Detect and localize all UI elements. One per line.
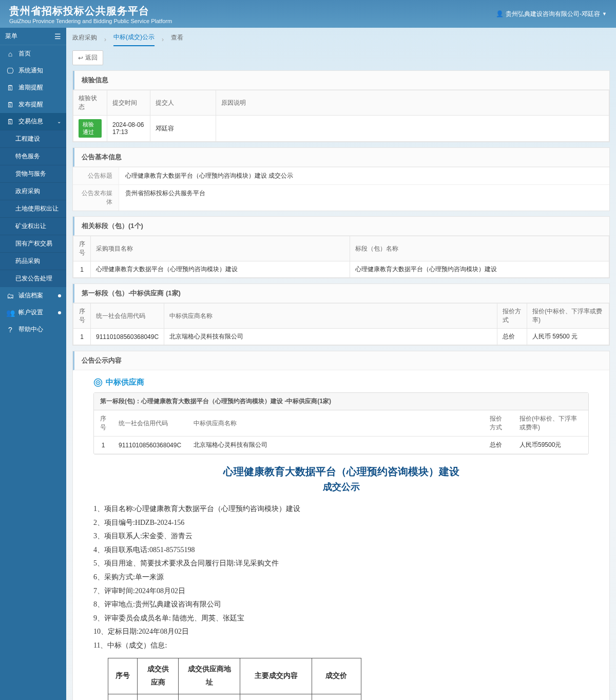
sidebar-item-label: 帐户设置 xyxy=(18,308,43,317)
sidebar-item-label: 逾期提醒 xyxy=(18,83,43,92)
inner-winner-box: 第一标段(包)：心理健康教育大数据平台（心理预约咨询模块）建设 -中标供应商(1… xyxy=(93,392,589,455)
sidebar-item-5[interactable]: 🗂诚信档案 xyxy=(0,287,66,304)
th-code: 统一社会信用代码 xyxy=(91,304,164,329)
collapse-icon[interactable]: ☰ xyxy=(54,32,61,41)
th-proj: 采购项目名称 xyxy=(91,236,350,261)
doc-line: 2、项目编号:HDZB-2024-156 xyxy=(93,516,589,530)
panel-winner-title: 第一标段（包）-中标供应商 (1家) xyxy=(73,284,609,303)
panel-check-title: 核验信息 xyxy=(73,71,609,90)
sidebar-subitem-1[interactable]: 特色服务 xyxy=(0,147,66,165)
breadcrumb-c[interactable]: 查看 xyxy=(171,33,183,46)
th-price: 成交价 xyxy=(312,658,361,694)
sidebar-item-7[interactable]: ?帮助中心 xyxy=(0,321,66,338)
sidebar-item-label: 系统通知 xyxy=(18,66,43,75)
th-time: 提交时间 xyxy=(107,90,150,116)
doc-line: 5、项目用途、简要技术要求及合同履行日期:详见采购文件 xyxy=(93,557,589,571)
sidebar-item-2[interactable]: 🗓逾期提醒 xyxy=(0,79,66,96)
sidebar-subitem-0[interactable]: 工程建设 xyxy=(0,130,66,147)
check-table: 核验状态 提交时间 提交人 原因说明 核验通过 2024-08-06 17:13… xyxy=(73,90,609,142)
menu-icon: 🖵 xyxy=(5,67,15,75)
table-row: 1 北京瑞格心灵科技有限公司 北京市海淀区上地信息路1号（北京实创高科技发展总公… xyxy=(108,694,361,700)
sidebar-subitem-2[interactable]: 货物与服务 xyxy=(0,165,66,182)
table-row: 核验通过 2024-08-06 17:13 邓廷容 xyxy=(73,116,609,142)
panel-basic-title: 公告基本信息 xyxy=(73,148,609,167)
cell-seq: 1 xyxy=(108,694,138,700)
panel-bidsection-title: 相关标段（包）(1个) xyxy=(73,217,609,236)
svg-point-2 xyxy=(98,382,99,383)
panel-bidsection: 相关标段（包）(1个) 序号 采购项目名称 标段（包）名称 1 心理健康教育大数… xyxy=(72,216,610,278)
cell-name: 北京瑞格心灵科技有限公司 xyxy=(187,437,484,454)
chevron-right-icon: › xyxy=(104,36,106,43)
platform-title-cn: 贵州省招标投标公共服务平台 xyxy=(9,4,172,18)
th-name: 中标供应商名称 xyxy=(164,304,497,329)
cell-seq: 1 xyxy=(73,261,91,278)
sidebar-item-1[interactable]: 🖵系统通知 xyxy=(0,62,66,79)
doc-line: 8、评审地点:贵州弘典建设咨询有限公司 xyxy=(93,598,589,612)
sidebar-item-6[interactable]: 👥帐户设置 xyxy=(0,304,66,321)
doc-line: 7、评审时间:2024年08月02日 xyxy=(93,584,589,598)
doc-line: 10、定标日期:2024年08月02日 xyxy=(93,625,589,639)
sidebar-subitem-5[interactable]: 矿业权出让 xyxy=(0,217,66,235)
cell-code: 91110108560368049C xyxy=(91,329,164,345)
sidebar-title: 菜单 xyxy=(5,32,17,41)
sidebar-subitem-7[interactable]: 药品采购 xyxy=(0,252,66,270)
sidebar: 菜单 ☰ ⌂首页🖵系统通知🗓逾期提醒🗓发布提醒🗓交易信息⌄工程建设特色服务货物与… xyxy=(0,28,66,700)
sidebar-item-label: 首页 xyxy=(18,49,31,58)
th-status: 核验状态 xyxy=(73,90,107,116)
menu-icon: ⌂ xyxy=(5,50,15,58)
menu-icon: 🗓 xyxy=(5,101,15,109)
sidebar-subitem-4[interactable]: 土地使用权出让 xyxy=(0,200,66,217)
th-seq: 序号 xyxy=(108,658,138,694)
doc-title: 心理健康教育大数据平台（心理预约咨询模块）建设 xyxy=(93,465,589,479)
cell-content: 心理健康教育大数据平台（心理预约咨询模块）建设 xyxy=(240,694,312,700)
th-seq: 序号 xyxy=(94,410,112,437)
menu-icon: 🗓 xyxy=(5,118,15,126)
winner-heading-label: 中标供应商 xyxy=(106,377,144,387)
doc-body: 1、项目名称:心理健康教育大数据平台（心理预约咨询模块）建设2、项目编号:HDZ… xyxy=(93,502,589,700)
th-seq: 序号 xyxy=(73,304,91,329)
cell-name: 北京瑞格心灵科技有限公司 xyxy=(164,329,497,345)
th-name: 中标供应商名称 xyxy=(187,410,484,437)
breadcrumb-a[interactable]: 政府采购 xyxy=(72,33,97,46)
back-button[interactable]: ↩ 返回 xyxy=(72,50,103,65)
sidebar-subitem-6[interactable]: 国有产权交易 xyxy=(0,235,66,252)
cell-proj: 心理健康教育大数据平台（心理预约咨询模块）建设 xyxy=(91,261,350,278)
panel-content-title: 公告公示内容 xyxy=(73,351,609,370)
th-addr: 成交供应商地址 xyxy=(179,658,240,694)
header-title-block: 贵州省招标投标公共服务平台 GuiZhou Province Tendering… xyxy=(9,4,172,24)
sidebar-subitem-8[interactable]: 已发公告处理 xyxy=(0,270,66,287)
th-reason: 原因说明 xyxy=(216,90,609,116)
breadcrumb: 政府采购 › 中标(成交)公示 › 查看 xyxy=(72,33,610,46)
sidebar-item-4[interactable]: 🗓交易信息⌄ xyxy=(0,113,66,130)
sidebar-subitem-3[interactable]: 政府采购 xyxy=(0,182,66,200)
cell-person: 邓廷容 xyxy=(150,116,216,142)
sidebar-item-3[interactable]: 🗓发布提醒 xyxy=(0,96,66,113)
th-price: 报价(中标价、下浮率或费率) xyxy=(527,304,609,329)
cell-price: 人民币 59500 元 xyxy=(527,329,609,345)
cell-price: 59500.00元 xyxy=(312,694,361,700)
platform-title-en: GuiZhou Province Tendering and Bidding P… xyxy=(9,18,172,24)
th-seq: 序号 xyxy=(73,236,91,261)
sidebar-item-label: 交易信息 xyxy=(18,117,43,126)
status-badge: 核验通过 xyxy=(79,119,102,138)
panel-content: 公告公示内容 中标供应商 第一标段(包)：心理健康教育大数据平台（心理预约咨询模… xyxy=(72,351,610,700)
label-media: 公告发布媒体 xyxy=(73,185,119,211)
deal-table: 序号 成交供应商 成交供应商地址 主要成交内容 成交价 1 北京瑞格心灵科技有限… xyxy=(108,658,361,700)
target-icon xyxy=(93,378,103,387)
cell-seq: 1 xyxy=(73,329,91,345)
user-menu[interactable]: 👤 贵州弘典建设咨询有限公司-邓廷容 ▼ xyxy=(496,10,607,18)
doc-line: 3、项目联系人:宋金委、游青云 xyxy=(93,529,589,543)
caret-down-icon: ▼ xyxy=(602,11,607,16)
indicator-dot xyxy=(58,311,61,314)
menu-icon: ? xyxy=(5,326,15,334)
sidebar-item-0[interactable]: ⌂首页 xyxy=(0,45,66,62)
indicator-dot xyxy=(58,294,61,297)
inner-winner-table: 序号 统一社会信用代码 中标供应商名称 报价方式 报价(中标价、下浮率或费率) … xyxy=(94,410,588,454)
doc-line: 11、中标（成交）信息: xyxy=(93,639,589,653)
th-pkg: 标段（包）名称 xyxy=(350,236,609,261)
table-row: 1 91110108560368049C 北京瑞格心灵科技有限公司 总价 人民币… xyxy=(94,437,588,454)
th-method: 报价方式 xyxy=(484,410,513,437)
cell-pkg: 心理健康教育大数据平台（心理预约咨询模块）建设 xyxy=(350,261,609,278)
value-announce-title: 心理健康教育大数据平台（心理预约咨询模块）建设 成交公示 xyxy=(119,167,609,184)
breadcrumb-b[interactable]: 中标(成交)公示 xyxy=(113,33,155,46)
